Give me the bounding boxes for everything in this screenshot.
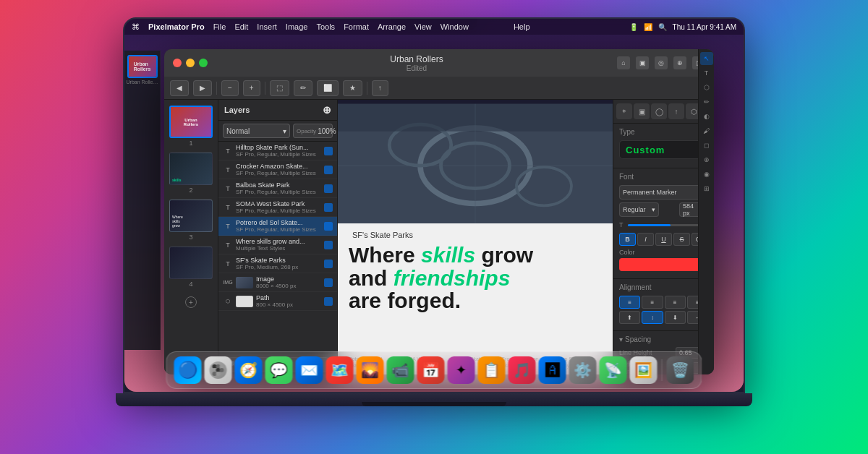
menu-image[interactable]: Image <box>286 22 308 31</box>
toolbar-icon-3[interactable]: ◎ <box>655 56 668 69</box>
dock-trash[interactable]: 🗑️ <box>667 356 694 384</box>
blend-mode-dropdown[interactable]: Normal ▾ <box>223 124 290 138</box>
draw-btn[interactable]: ✏ <box>294 80 312 96</box>
layer-item-0[interactable]: T Hilltop Skate Park (Sun... SF Pro, Reg… <box>218 142 337 160</box>
align-right-button[interactable]: ≡ <box>665 296 686 309</box>
strikethrough-button[interactable]: S <box>673 233 690 246</box>
align-top-button[interactable]: ⬆ <box>619 311 640 324</box>
thumb-item-3[interactable]: Whereskillsgrow 3 <box>169 200 213 241</box>
layer-visibility-3[interactable] <box>324 203 333 212</box>
menu-arrange[interactable]: Arrange <box>378 22 406 31</box>
layer-visibility-7[interactable] <box>324 278 333 287</box>
toolbar-icon-1[interactable]: ⌂ <box>617 56 630 69</box>
dock-mail[interactable]: ✉️ <box>296 356 323 384</box>
menu-window[interactable]: Window <box>441 22 469 31</box>
color-picker-tool[interactable]: ◉ <box>700 168 713 181</box>
layer-item-3[interactable]: T SOMA West Skate Park SF Pro, Regular, … <box>218 198 337 217</box>
align-bottom-button[interactable]: ⬇ <box>665 311 686 324</box>
layer-visibility-8[interactable] <box>324 297 333 306</box>
effects-btn[interactable]: ★ <box>343 80 362 96</box>
dock-appstore[interactable]: 🅰 <box>539 356 566 384</box>
paint-tool[interactable]: 🖌 <box>700 124 713 137</box>
dock-preview[interactable]: 🖼️ <box>630 356 658 384</box>
close-button[interactable] <box>173 59 182 67</box>
minimize-button[interactable] <box>186 59 195 67</box>
inspector-tool-1[interactable]: ⌖ <box>616 103 632 119</box>
dock-launchpad[interactable] <box>205 356 232 384</box>
nav-back[interactable]: ◀ <box>170 80 189 96</box>
erase-tool[interactable]: ◻ <box>700 139 713 152</box>
dock-maps[interactable]: 🗺️ <box>326 356 354 384</box>
add-page-button[interactable]: + <box>185 296 197 308</box>
zoom-out[interactable]: − <box>221 80 239 96</box>
file-item-1[interactable]: UrbanRollers Urban Rollers.p... <box>127 55 158 85</box>
layer-item-8[interactable]: ⬡ Path 800 × 4500 px <box>218 292 337 311</box>
menu-file[interactable]: File <box>213 22 226 31</box>
search-icon[interactable]: 🔍 <box>658 23 667 31</box>
layer-item-7[interactable]: IMG Image 8000 × 4500 px <box>218 273 337 292</box>
layer-item-2[interactable]: T Balboa Skate Park SF Pro, Regular, Mul… <box>218 179 337 198</box>
dock-pixelmator[interactable]: ✦ <box>448 356 475 384</box>
dock-calendar[interactable]: 📅 <box>417 356 445 384</box>
dock-photos[interactable]: 🌄 <box>357 356 384 384</box>
dock-messages[interactable]: 💬 <box>265 356 293 384</box>
apple-menu[interactable]: ⌘ <box>132 22 140 32</box>
clone-tool[interactable]: ⊕ <box>700 153 713 166</box>
layers-options-icon[interactable]: ⊕ <box>323 104 331 116</box>
custom-type-dropdown[interactable]: Custom ▾ <box>619 140 708 159</box>
dock-systemprefs[interactable]: ⚙️ <box>569 356 597 384</box>
layer-visibility-4[interactable] <box>324 222 333 231</box>
app-name[interactable]: Pixelmator Pro <box>148 22 205 31</box>
thumb-item-1[interactable]: UrbanRollers 1 <box>169 106 213 147</box>
inspector-tool-4[interactable]: ↑ <box>668 103 684 119</box>
menu-insert[interactable]: Insert <box>257 22 277 31</box>
menu-format[interactable]: Format <box>344 22 369 31</box>
thumb-item-2[interactable]: skills 2 <box>169 153 213 194</box>
align-left-button[interactable]: ≡ <box>619 296 640 309</box>
dock-airdrop[interactable]: 📡 <box>600 356 627 384</box>
dock-facetime[interactable]: 📹 <box>387 356 414 384</box>
menu-help[interactable]: Help <box>514 22 530 31</box>
underline-button[interactable]: U <box>655 233 672 246</box>
layer-item-4[interactable]: T Potrero del Sol Skate... SF Pro, Regul… <box>218 217 337 236</box>
layer-visibility-1[interactable] <box>324 166 333 174</box>
font-name-dropdown[interactable]: Permanent Marker ▾ <box>619 185 708 200</box>
opacity-field[interactable]: Opacity 100% <box>293 124 333 138</box>
share-btn[interactable]: ↑ <box>372 80 388 96</box>
menu-tools[interactable]: Tools <box>316 22 335 31</box>
italic-button[interactable]: I <box>637 233 654 246</box>
layer-visibility-5[interactable] <box>324 241 333 249</box>
slider-track[interactable] <box>628 224 699 226</box>
toolbar-icon-2[interactable]: ▣ <box>636 56 649 69</box>
layer-item-6[interactable]: T SF's Skate Parks SF Pro, Medium, 268 p… <box>218 254 337 273</box>
dock-reminders[interactable]: 📋 <box>478 356 506 384</box>
font-style-dropdown[interactable]: Regular ▾ <box>619 202 659 217</box>
crop-tool[interactable]: ⊞ <box>700 182 713 195</box>
inspector-tool-2[interactable]: ▣ <box>634 103 650 119</box>
mask-btn[interactable]: ⬜ <box>317 80 339 96</box>
toolbar-icon-4[interactable]: ⊕ <box>673 56 686 69</box>
dock-music[interactable]: 🎵 <box>509 356 536 384</box>
layer-visibility-6[interactable] <box>324 260 333 268</box>
menu-edit[interactable]: Edit <box>234 22 248 31</box>
canvas-area[interactable]: SF's Skate Parks Where skills grow and f <box>338 100 613 374</box>
zoom-in[interactable]: + <box>243 80 260 96</box>
layer-item-1[interactable]: T Crocker Amazon Skate... SF Pro, Regula… <box>218 160 337 179</box>
color-swatch[interactable] <box>619 258 708 271</box>
inspector-tool-3[interactable]: ◯ <box>651 103 667 119</box>
dock-safari[interactable]: 🧭 <box>235 356 263 384</box>
align-center-button[interactable]: ≡ <box>642 296 663 309</box>
maximize-button[interactable] <box>199 59 208 67</box>
dock-finder[interactable]: 🔵 <box>174 356 202 384</box>
thumb-item-4[interactable]: 4 <box>169 247 213 288</box>
nav-forward[interactable]: ▶ <box>193 80 212 96</box>
pen-tool[interactable]: ✏ <box>700 100 713 108</box>
arrange-btn[interactable]: ⬚ <box>270 80 289 96</box>
gradient-tool[interactable]: ◐ <box>700 110 713 123</box>
menu-view[interactable]: View <box>414 22 432 31</box>
layer-item-5[interactable]: T Where skills grow and... Multiple Text… <box>218 236 337 254</box>
bold-button[interactable]: B <box>619 233 636 246</box>
align-middle-button[interactable]: ↕ <box>642 311 663 324</box>
layer-visibility-2[interactable] <box>324 184 333 193</box>
layer-visibility-0[interactable] <box>324 147 333 155</box>
